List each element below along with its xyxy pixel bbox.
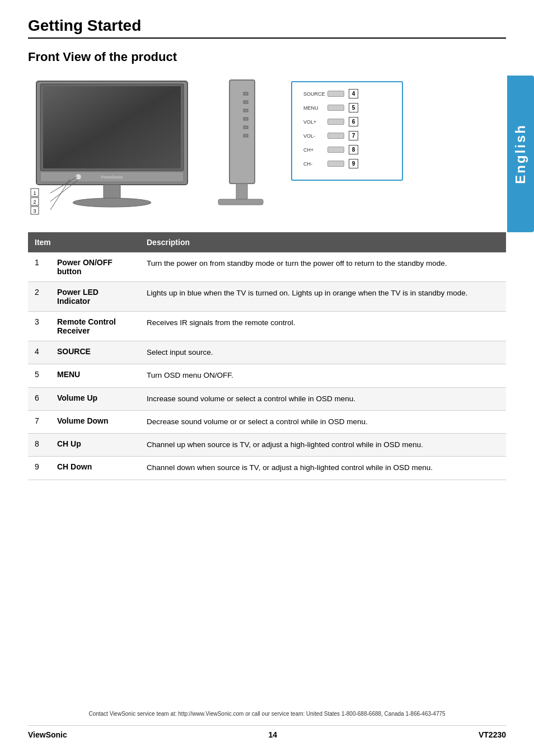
page-title: Getting Started bbox=[28, 17, 506, 35]
item-number: 7 bbox=[28, 410, 50, 433]
svg-rect-3 bbox=[43, 86, 181, 168]
svg-rect-22 bbox=[243, 118, 248, 120]
menu-button-row: MENU 5 bbox=[303, 103, 391, 112]
footer-contact: Contact ViewSonic service team at: http:… bbox=[28, 711, 506, 717]
item-name: Volume Up bbox=[50, 387, 140, 410]
svg-rect-23 bbox=[243, 126, 248, 129]
footer-brand: ViewSonic bbox=[28, 730, 67, 739]
item-name: CH Down bbox=[50, 457, 140, 480]
svg-text:3: 3 bbox=[33, 208, 36, 214]
item-description: Turn OSD menu ON/OFF. bbox=[140, 364, 506, 387]
item-number: 6 bbox=[28, 387, 50, 410]
title-divider bbox=[28, 37, 506, 39]
item-name: SOURCE bbox=[50, 341, 140, 364]
table-row: 1Power ON/OFF buttonTurn the power on fr… bbox=[28, 252, 506, 282]
table-header-row: Item Description bbox=[28, 232, 506, 252]
item-name: Power ON/OFF button bbox=[50, 252, 140, 282]
tv-side-svg bbox=[213, 76, 280, 215]
svg-rect-21 bbox=[243, 109, 248, 112]
table-row: 4SOURCESelect input source. bbox=[28, 341, 506, 364]
table-row: 8CH UpChannel up when source is TV, or a… bbox=[28, 434, 506, 457]
item-name: Power LED Indicator bbox=[50, 282, 140, 312]
volup-button-row: VOL+ 6 bbox=[303, 117, 391, 126]
header-item: Item bbox=[28, 232, 140, 252]
footer-page-number: 14 bbox=[269, 730, 278, 739]
header-description: Description bbox=[140, 232, 506, 252]
table-row: 5MENUTurn OSD menu ON/OFF. bbox=[28, 364, 506, 387]
item-number: 9 bbox=[28, 457, 50, 480]
tv-front-illustration: ViewSonic 1 2 3 bbox=[28, 76, 207, 215]
item-number: 4 bbox=[28, 341, 50, 364]
svg-point-5 bbox=[76, 174, 81, 180]
table-row: 6Volume UpIncrease sound volume or selec… bbox=[28, 387, 506, 410]
item-name: Volume Down bbox=[50, 410, 140, 433]
svg-rect-18 bbox=[229, 80, 255, 184]
svg-rect-19 bbox=[243, 92, 248, 95]
table-row: 2Power LED IndicatorLights up in blue wh… bbox=[28, 282, 506, 312]
item-number: 3 bbox=[28, 312, 50, 341]
item-number: 1 bbox=[28, 252, 50, 282]
item-number: 2 bbox=[28, 282, 50, 312]
svg-rect-25 bbox=[236, 184, 247, 199]
chdown-button-row: CH- 9 bbox=[303, 159, 391, 168]
item-name: Remote Control Receiver bbox=[50, 312, 140, 341]
item-description: Receives IR signals from the remote cont… bbox=[140, 312, 506, 341]
footer-bottom: ViewSonic 14 VT2230 bbox=[28, 725, 506, 739]
item-number: 8 bbox=[28, 434, 50, 457]
svg-text:ViewSonic: ViewSonic bbox=[101, 175, 123, 180]
item-description: Lights up in blue when the TV is turned … bbox=[140, 282, 506, 312]
svg-text:1: 1 bbox=[33, 190, 36, 196]
item-description: Turn the power on from standby mode or t… bbox=[140, 252, 506, 282]
svg-rect-20 bbox=[243, 101, 248, 104]
item-description: Select input source. bbox=[140, 341, 506, 364]
item-description: Increase sound volume or select a contro… bbox=[140, 387, 506, 410]
voldown-button-row: VOL- 7 bbox=[303, 131, 391, 140]
chup-button-row: CH+ 8 bbox=[303, 145, 391, 154]
item-name: CH Up bbox=[50, 434, 140, 457]
item-description: Decrease sound volume or or select a con… bbox=[140, 410, 506, 433]
english-label: English bbox=[513, 124, 528, 184]
item-name: MENU bbox=[50, 364, 140, 387]
item-description: Channel down when source is TV, or adjus… bbox=[140, 457, 506, 480]
svg-rect-24 bbox=[243, 134, 248, 137]
table-row: 7Volume DownDecrease sound volume or or … bbox=[28, 410, 506, 433]
svg-rect-26 bbox=[218, 199, 263, 205]
item-description: Channel up when source is TV, or adjust … bbox=[140, 434, 506, 457]
english-language-tab: English bbox=[507, 76, 534, 232]
svg-point-8 bbox=[73, 198, 151, 207]
table-row: 9CH DownChannel down when source is TV, … bbox=[28, 457, 506, 480]
source-button-row: SOURCE 4 bbox=[303, 89, 391, 98]
table-row: 3Remote Control ReceiverReceives IR sign… bbox=[28, 312, 506, 341]
svg-text:2: 2 bbox=[33, 199, 36, 205]
features-table: Item Description 1Power ON/OFF buttonTur… bbox=[28, 232, 506, 480]
side-buttons-panel: SOURCE 4 MENU 5 VOL+ 6 VOL- 7 CH+ bbox=[291, 81, 403, 215]
diagram-area: ViewSonic 1 2 3 bbox=[28, 76, 506, 215]
footer: Contact ViewSonic service team at: http:… bbox=[28, 711, 506, 739]
section-title: Front View of the product bbox=[28, 50, 506, 64]
tv-side-illustration bbox=[213, 76, 280, 215]
tv-front-svg: ViewSonic 1 2 3 bbox=[28, 76, 207, 215]
item-number: 5 bbox=[28, 364, 50, 387]
footer-model: VT2230 bbox=[479, 730, 506, 739]
